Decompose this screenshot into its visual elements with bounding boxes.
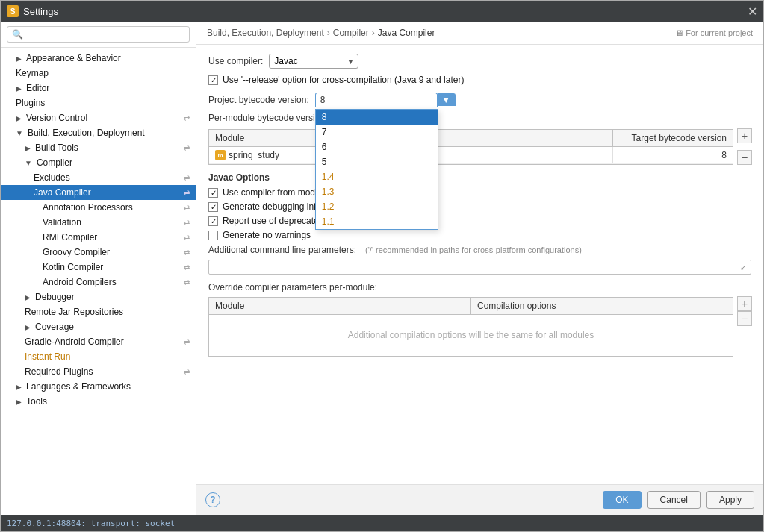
sidebar-item-build-tools[interactable]: ▶ Build Tools ⇄: [1, 140, 196, 155]
sidebar-item-label: Kotlin Compiler: [43, 262, 103, 272]
sidebar-item-coverage[interactable]: ▶ Coverage: [1, 319, 196, 334]
cross-compile-label: Use '--release' option for cross-compila…: [223, 75, 464, 85]
sidebar-item-label: Compiler: [37, 157, 72, 168]
sidebar-item-remote-jar[interactable]: Remote Jar Repositories: [1, 304, 196, 319]
sidebar-item-plugins[interactable]: Plugins: [1, 96, 196, 110]
javac-section-title: Javac Options: [208, 172, 751, 183]
sidebar-item-label: Appearance & Behavior: [26, 53, 121, 63]
module-icon: m: [215, 150, 226, 160]
cross-compile-checkbox[interactable]: [208, 75, 218, 85]
dropdown-item-6[interactable]: 6: [316, 140, 438, 154]
sidebar-item-build-exec[interactable]: ▼ Build, Execution, Deployment: [1, 125, 196, 140]
dropdown-item-1-1[interactable]: 1.1: [316, 214, 438, 229]
sidebar-item-gradle-android[interactable]: Gradle-Android Compiler ⇄: [1, 334, 196, 349]
sidebar-item-label: Remote Jar Repositories: [25, 307, 123, 317]
gen-debug-checkbox[interactable]: [208, 202, 218, 212]
bytecode-version-input[interactable]: [315, 93, 438, 107]
use-compiler-module-checkbox[interactable]: [208, 188, 218, 198]
sidebar-item-required-plugins[interactable]: Required Plugins ⇄: [1, 364, 196, 379]
sidebar-item-rmi-compiler[interactable]: RMI Compiler ⇄: [1, 230, 196, 245]
table-add-button[interactable]: +: [737, 128, 752, 143]
override-col-module: Module: [209, 298, 471, 314]
cmd-params-input[interactable]: [212, 262, 739, 272]
sidebar-item-label: Debugger: [35, 292, 75, 302]
dropdown-item-1-3[interactable]: 1.3: [316, 184, 438, 199]
sidebar-item-excludes[interactable]: Excludes ⇄: [1, 170, 196, 185]
override-section: Override compiler parameters per-module:…: [208, 282, 751, 357]
sidebar-item-label: Required Plugins: [25, 366, 93, 377]
deprecated-row: Report use of deprecated features: [208, 216, 751, 226]
dropdown-item-1-4[interactable]: 1.4: [316, 169, 438, 184]
sidebar-item-label: Keymap: [16, 68, 49, 78]
sidebar-item-label: Languages & Frameworks: [26, 381, 131, 392]
override-table-wrapper: Module Compilation options Additional co…: [208, 297, 751, 357]
per-module-label: Per-module bytecode version:: [208, 113, 327, 123]
sidebar-item-validation[interactable]: Validation ⇄: [1, 215, 196, 230]
ok-button[interactable]: OK: [603, 491, 641, 509]
sidebar-item-annotation[interactable]: Annotation Processors ⇄: [1, 200, 196, 215]
arrow-icon: ▶: [25, 293, 31, 301]
arrow-icon: ▶: [16, 54, 22, 63]
override-minus-button[interactable]: −: [737, 311, 752, 326]
status-bar: 127.0.0.1:48804: transport: socket: [1, 515, 763, 531]
sidebar-item-instant-run[interactable]: Instant Run: [1, 349, 196, 364]
sidebar-item-java-compiler[interactable]: Java Compiler ⇄: [1, 185, 196, 200]
sidebar-item-label: Coverage: [35, 322, 74, 332]
help-button[interactable]: ?: [205, 492, 220, 507]
expand-button[interactable]: ⤢: [739, 263, 748, 272]
sidebar-item-groovy-compiler[interactable]: Groovy Compiler ⇄: [1, 245, 196, 260]
nav-tree: ▶ Appearance & Behavior Keymap ▶ Editor …: [1, 48, 196, 515]
use-compiler-label: Use compiler:: [208, 56, 263, 66]
breadcrumb-sep2: ›: [372, 28, 375, 38]
sidebar-item-languages[interactable]: ▶ Languages & Frameworks: [1, 379, 196, 394]
use-compiler-module-row: Use compiler from module target JDK when…: [208, 187, 751, 198]
sidebar-item-debugger[interactable]: ▶ Debugger: [1, 290, 196, 304]
no-warnings-label: Generate no warnings: [223, 230, 311, 240]
arrow-icon: ▶: [16, 114, 22, 122]
sidebar-item-version-control[interactable]: ▶ Version Control ⇄: [1, 110, 196, 125]
sidebar-item-label: Instant Run: [25, 351, 70, 362]
sidebar-item-compiler[interactable]: ▼ Compiler: [1, 155, 196, 170]
no-warnings-checkbox[interactable]: [208, 231, 218, 240]
table-minus-button[interactable]: −: [737, 150, 752, 165]
search-input[interactable]: [7, 26, 190, 43]
title-bar-left: S Settings: [7, 5, 58, 17]
apply-button[interactable]: Apply: [706, 491, 754, 509]
sidebar-item-appearance[interactable]: ▶ Appearance & Behavior: [1, 51, 196, 66]
sidebar-item-android-compilers[interactable]: Android Compilers ⇄: [1, 275, 196, 290]
dropdown-item-8[interactable]: 8: [316, 110, 438, 125]
bytecode-section: Project bytecode version: ▼ 8 7 6 5 1.4: [208, 93, 751, 165]
breadcrumb-part1: Build, Execution, Deployment: [207, 28, 324, 38]
override-table-header: Module Compilation options: [209, 298, 733, 315]
deprecated-checkbox[interactable]: [208, 216, 218, 226]
project-bytecode-label: Project bytecode version:: [208, 95, 309, 105]
sidebar-item-tools[interactable]: ▶ Tools: [1, 394, 196, 409]
table-row[interactable]: m spring_study 8: [209, 147, 733, 164]
sidebar-item-label: Android Compilers: [43, 277, 117, 287]
bytecode-dropdown-list: 8 7 6 5 1.4 1.3 1.2 1.1: [315, 109, 438, 230]
footer-right: OK Cancel Apply: [603, 491, 754, 509]
app-icon: S: [7, 5, 19, 17]
dropdown-item-7[interactable]: 7: [316, 125, 438, 140]
bytecode-dropdown-button[interactable]: ▼: [438, 93, 456, 106]
dropdown-item-1-2[interactable]: 1.2: [316, 199, 438, 214]
dropdown-item-5[interactable]: 5: [316, 154, 438, 169]
sidebar-item-keymap[interactable]: Keymap: [1, 66, 196, 81]
override-add-button[interactable]: +: [737, 296, 752, 311]
settings-window: S Settings ✕ ▶ Appearance & Behavior Key…: [0, 0, 764, 532]
sidebar-item-kotlin-compiler[interactable]: Kotlin Compiler ⇄: [1, 260, 196, 275]
breadcrumb: Build, Execution, Deployment › Compiler …: [196, 22, 763, 45]
cancel-button[interactable]: Cancel: [647, 491, 701, 509]
cmd-params-label: Additional command line parameters:: [208, 245, 356, 255]
close-button[interactable]: ✕: [748, 4, 757, 19]
sync-icon: ⇄: [184, 278, 190, 287]
compiler-select[interactable]: Javac Eclipse Ajc: [269, 54, 358, 69]
sidebar-item-label: Groovy Compiler: [43, 247, 110, 257]
breadcrumb-sep1: ›: [327, 28, 330, 38]
sync-icon: ⇄: [184, 204, 190, 212]
sidebar-item-editor[interactable]: ▶ Editor: [1, 81, 196, 96]
arrow-icon: ▶: [16, 398, 22, 406]
sidebar-item-label: Version Control: [26, 113, 87, 123]
module-table-wrapper: Module Target bytecode version m spring_…: [208, 129, 751, 165]
footer-left: ?: [205, 492, 220, 507]
